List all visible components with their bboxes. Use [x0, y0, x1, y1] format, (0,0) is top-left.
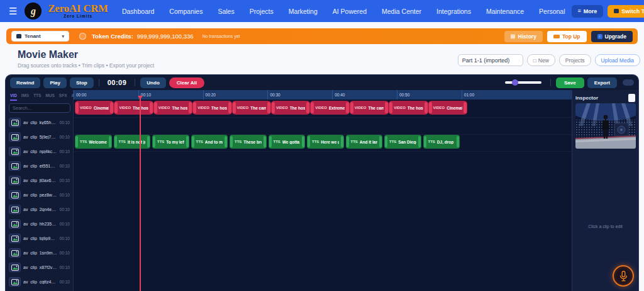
play-button[interactable]: Play	[43, 77, 66, 88]
library-tab[interactable]: SFX	[59, 93, 67, 101]
timeline-tts-clip[interactable]: TTS To my left, repr...	[152, 135, 189, 149]
new-label: New	[538, 57, 549, 64]
timeline-tts-clip[interactable]: TTS Here we go! Th...	[307, 135, 344, 149]
upgrade-button[interactable]: ↑ Upgrade	[591, 31, 633, 42]
library-clip-item[interactable]: av_clip_1sn9mdkbzn... 00:10	[9, 246, 70, 260]
library-clip-item[interactable]: av_clip_pez8wm7x1... 00:10	[9, 188, 70, 202]
timeline-ruler[interactable]: 00:00 00:10 00:20 00:30 00:40 00:50 01:0…	[74, 90, 572, 100]
ruler-tick-label: 00:10	[138, 90, 203, 100]
timeline-tts-clip[interactable]: TTS These brothers...	[230, 135, 267, 149]
timeline-video-clip[interactable]: VIDEO The host continues...	[114, 101, 153, 115]
clip-thumbnail-icon	[9, 190, 21, 200]
more-icon: ≡	[578, 8, 581, 14]
topup-button[interactable]: Top Up	[547, 31, 587, 42]
library-clip-item[interactable]: av_clip_tg9p9ht1j1_... 00:10	[9, 232, 70, 245]
ruler-tick-label: 00:40	[332, 90, 397, 100]
timeline-tts-clip[interactable]: TTS Welcome back,...	[75, 135, 112, 149]
library-search-input[interactable]	[9, 103, 70, 113]
export-button[interactable]: Export	[587, 77, 617, 88]
nav-item[interactable]: Media Center	[382, 8, 421, 15]
save-button[interactable]: Save	[556, 77, 584, 88]
timeline-video-clip[interactable]: VIDEO The camera slowly...	[232, 101, 271, 115]
timeline-video-clip[interactable]: VIDEO The camera rapidly...	[350, 101, 389, 115]
project-name-input[interactable]	[458, 54, 523, 66]
timeline-video-clip[interactable]: VIDEO The host stops cen...	[153, 101, 192, 115]
nav-item[interactable]: Sales	[218, 8, 234, 15]
timeline-video-clip[interactable]: VIDEO The host reaches b...	[271, 101, 310, 115]
history-button[interactable]: ▤ History	[504, 31, 543, 42]
undo-button[interactable]: Undo	[140, 77, 165, 88]
clip-type-badge: VIDEO	[394, 106, 406, 110]
timeline-video-clip[interactable]: VIDEO Cinematic medium...	[428, 101, 467, 115]
projects-button[interactable]: Projects	[559, 54, 591, 66]
chevron-down-icon: ▾	[62, 34, 64, 39]
library-clip-item[interactable]: av_clip_et5513fn0h_... 00:10	[9, 159, 70, 173]
upgrade-arrow-icon: ↑	[597, 34, 602, 39]
library-tab[interactable]: IMG	[21, 93, 29, 101]
timeline-tts-clip[interactable]: TTS San Diego is ki...	[384, 135, 421, 149]
inspector-empty-hint: Click a clip to edit	[572, 224, 638, 229]
timeline-toggle[interactable]	[623, 79, 634, 86]
library-clip-item[interactable]: av_clip_ky65h0s6x5_... 00:10	[9, 116, 70, 129]
new-project-button[interactable]: □ New	[527, 54, 555, 66]
credits-label: Token Credits:	[92, 33, 133, 40]
library-clip-item[interactable]: av_clip_2qn4etcmwd... 00:10	[9, 203, 70, 216]
clip-thumbnail-icon	[9, 234, 21, 243]
nav-item[interactable]: Integrations	[436, 8, 471, 15]
timeline-video-clip[interactable]: VIDEO The host spins aro...	[192, 101, 231, 115]
nav-item[interactable]: Marketing	[289, 8, 318, 15]
library-tab[interactable]: TTS	[33, 93, 41, 101]
timeline-tts-clip[interactable]: TTS It is not just a ...	[114, 135, 151, 149]
timeline-area[interactable]: 00:00 00:10 00:20 00:30 00:40 00:50 01:0…	[74, 90, 572, 291]
library-tab[interactable]: MUS	[45, 93, 54, 101]
upload-media-button[interactable]: Upload Media	[595, 54, 640, 66]
clip-thumbnail-icon	[9, 277, 21, 287]
token-bar-actions: ▤ History Top Up ↑ Upgrade	[504, 31, 633, 42]
volume-slider[interactable]	[505, 81, 541, 84]
new-icon: □	[533, 57, 536, 64]
clip-label: The host enthusias...	[408, 106, 423, 110]
library-clip-item[interactable]: av_clip_npj4kcxpm5... 00:10	[9, 145, 70, 158]
switch-tenant-label: Switch Tenant	[621, 8, 644, 14]
clip-label: San Diego is ki...	[398, 140, 416, 144]
tenant-selector[interactable]: Tenant ▾	[11, 31, 69, 42]
playhead-line[interactable]	[140, 96, 141, 291]
timeline-tts-clip[interactable]: TTS And to my righ...	[191, 135, 228, 149]
library-tab[interactable]: VID	[10, 93, 17, 101]
library-clip-item[interactable]: av_clip_5j9ej751f1_1... 00:10	[9, 130, 70, 144]
volume-slider-thumb[interactable]	[512, 79, 518, 86]
rewind-button[interactable]: Rewind	[10, 77, 40, 88]
timeline-video-clip[interactable]: VIDEO Cinematic medium...	[75, 101, 114, 115]
clip-duration: 00:10	[60, 120, 70, 125]
nav-item[interactable]: Projects	[250, 8, 274, 15]
timeline-video-clip[interactable]: VIDEO The host enthusias...	[389, 101, 428, 115]
switch-tenant-button[interactable]: Switch Tenant	[608, 5, 644, 18]
clip-duration: 00:10	[60, 280, 70, 284]
library-clip-item[interactable]: av_clip_x87f2v18nn_... 00:10	[9, 261, 70, 274]
library-clip-item[interactable]: av_clip_hh235mnv6... 00:10	[9, 217, 70, 231]
clip-label: Here we go! Th...	[321, 140, 338, 144]
timeline-video-clip[interactable]: VIDEO Extreme close-up w...	[310, 101, 349, 115]
clear-all-button[interactable]: Clear All	[169, 77, 204, 88]
library-clip-item[interactable]: av_clip_jt0ax6zw59_... 00:10	[9, 174, 70, 187]
video-track: VIDEO Cinematic medium... VIDEO The host…	[75, 101, 467, 115]
transactions-note: No transactions yet	[203, 34, 240, 38]
stop-button[interactable]: Stop	[70, 77, 94, 88]
microphone-fab-button[interactable]	[613, 265, 634, 287]
media-library-panel: VID IMG TTS MUS SFX AMB	[6, 90, 74, 291]
nav-item[interactable]: Dashboard	[122, 8, 154, 15]
library-clip-item[interactable]: av_clip_cgttz48ajh_1... 00:10	[9, 275, 70, 288]
timeline-tts-clip[interactable]: TTS We gotta see ...	[269, 135, 306, 149]
page-title: Movie Maker	[18, 49, 154, 60]
nav-item[interactable]: Companies	[169, 8, 203, 15]
nav-item[interactable]: AI Powered	[333, 8, 367, 15]
timeline-tts-clip[interactable]: TTS And it lands... ...	[346, 135, 383, 149]
video-preview[interactable]	[575, 103, 636, 149]
timeline-tts-clip[interactable]: TTS DJ, drop that b...	[423, 135, 460, 149]
nav-item[interactable]: Maintenance	[486, 8, 524, 15]
panel-toggle-button[interactable]	[628, 94, 635, 102]
clip-duration: 00:10	[60, 251, 70, 255]
nav-item[interactable]: Personal	[539, 8, 565, 15]
hamburger-menu-icon[interactable]: ☰	[9, 6, 17, 16]
more-button[interactable]: ≡ More	[572, 5, 604, 18]
